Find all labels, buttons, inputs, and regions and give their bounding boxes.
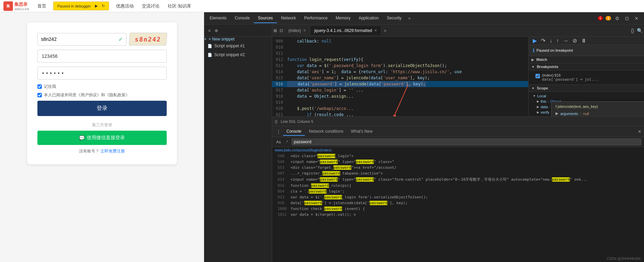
main-layout: ✓ s8n242 记住我 本人已阅读并同意《用户协议》和《隐私政策》 登录 第三… [0,12,644,262]
sources-add-icon[interactable]: ⊕ [213,27,219,34]
devtools-icons: 6 1 ⚙ ⊡ ✕ [598,14,643,22]
case-sensitive-toggle[interactable]: Aa [275,140,282,144]
result-line-916[interactable]: 916 data['password'] = jslencode(data['p… [272,200,644,206]
password-field[interactable] [37,67,167,80]
logo-icon: 集 [3,1,13,11]
resume-debug-button[interactable]: ▶ [531,37,538,45]
step-over-button[interactable]: ↷ [540,37,547,45]
result-line-614[interactable]: 614 <input name="password" type="passwor… [272,176,644,183]
website-nav: 首页 Paused in debugger ▶ ↻ 优惠活动 交流讨论 社区·知… [36,1,193,11]
settings-button[interactable]: ⚙ [614,14,621,22]
bp-location-1: (index):916 [542,73,598,77]
devtools-tab-application[interactable]: Application [354,14,383,23]
devtools-tab-console[interactable]: Console [231,14,254,23]
bottom-menu-icon[interactable]: ⋮ [275,128,282,136]
result-line-1011[interactable]: 1011 var data = $(target).val(); v [272,212,644,217]
code-line-920: 920 $.post('/webapi/acco... [272,105,528,112]
result-line-553[interactable]: 553 <div class="forget_password"><a href… [272,165,644,170]
close-file-tab-2[interactable]: ✕ [374,29,377,32]
close-file-tab-1[interactable]: ✕ [303,29,306,32]
devtools-tab-memory[interactable]: Memory [332,14,354,23]
search-result-url[interactable]: www.jisilu.cn/account/login/(index) [272,147,644,153]
step-button[interactable]: → [562,37,570,45]
captcha-field[interactable] [41,36,116,42]
step-into-button[interactable]: ↓ [548,37,554,45]
new-snippet-button[interactable]: + + New snippet [204,37,272,42]
sources-menu-icon[interactable]: ≡ [207,27,212,34]
regex-toggle[interactable]: .* [284,140,289,144]
nav-back-button[interactable]: ⊠ [272,27,278,34]
close-devtools-button[interactable]: ✕ [633,14,640,22]
devtools-tab-sources[interactable]: Sources [254,14,277,23]
result-line-540[interactable]: 540 <div class="password_login"> [272,153,644,159]
remember-checkbox[interactable] [37,84,42,89]
nav-fwd-button[interactable]: ⊡ [278,27,284,34]
devtools-tab-network[interactable]: Network [277,14,300,23]
check-icon: ✓ [118,36,123,43]
register-link[interactable]: 立即免费注册 [100,149,125,153]
dont-pause-exceptions-button[interactable]: ⏸ [580,37,588,45]
devtools-content: ≡ ⊕ + + New snippet 📄 Script snippet #1 … [204,24,644,262]
result-line-913[interactable]: 913 var data = $('.password_login form')… [272,194,644,200]
third-party-label: 第三方登录 [37,122,167,128]
resume-icon[interactable]: ▶ [94,2,99,10]
tab-console[interactable]: Console [283,128,305,136]
bottom-panel: ⋮ Console Network conditions What's New … [272,126,644,262]
warn-badge: 1 [606,16,611,20]
code-line-917: 917 data['auto_login'] = '' ... [272,87,528,93]
devtools-tab-security[interactable]: Security [383,14,406,23]
devtools-panel: Elements Console Sources Network Perform… [204,12,644,262]
tab-whats-new[interactable]: What's New [347,128,376,136]
breakpoints-section-header[interactable]: ▼ Breakpoints [529,63,644,70]
step-out-button[interactable]: ↑ [555,37,560,45]
search-input[interactable] [294,140,639,144]
nav-community[interactable]: 社区·知识库 [166,2,193,11]
result-line-1008[interactable]: 1008 function check_password (event) { [272,206,644,212]
snippet-icon-2: 📄 [208,53,212,57]
result-line-549[interactable]: 549 <input name="password" type="passwor… [272,159,644,165]
result-line-816[interactable]: 816 function password_rule(ps){ [272,183,644,189]
login-button[interactable]: 登录 [37,101,167,116]
devtools-tab-elements[interactable]: Elements [205,14,231,23]
snippet-item-1[interactable]: 📄 Script snippet #1 [204,42,272,50]
scope-local-header[interactable]: ▼ Local [533,93,640,99]
search-in-file-button[interactable]: 🔍 [635,27,644,35]
more-tabs-button[interactable]: » [406,14,413,23]
close-bottom-panel-button[interactable]: ✕ [638,129,641,134]
code-right-container: 909 callback: null 910 911 912 [272,37,644,116]
captcha-image: s8n242 [129,33,167,46]
tab-network-conditions[interactable]: Network conditions [306,128,347,136]
devtools-tab-performance[interactable]: Performance [300,14,332,23]
nav-discuss[interactable]: 交流讨论 [141,2,161,11]
search-results: www.jisilu.cn/account/login/(index) 540 … [272,147,644,262]
scope-section-header[interactable]: ▼ Scope [529,85,644,92]
sources-sidebar: ≡ ⊕ + + New snippet 📄 Script snippet #1 … [204,24,272,262]
deactivate-breakpoints-button[interactable]: ⊘ [571,37,578,45]
code-line-909: 909 callback: null [272,38,528,44]
wechat-login-button[interactable]: 💬 使用微信直接登录 [37,131,167,145]
nav-home[interactable]: 首页 [36,2,48,11]
code-debugger-container: ⊠ ⊡ (index) ✕ jquery-3.4.1.mi...0629:for… [272,24,644,262]
file-tab-index[interactable]: (index) ✕ [284,26,310,35]
tooltip-title: f jslencode(text, aes_key) [556,104,644,109]
watch-section-header[interactable]: ▶ Watch [529,56,644,63]
status-bar: {} Line 916, Column 5 [272,116,644,126]
code-line-915: 915 data['user_name'] = jslencode(data['… [272,75,528,81]
username-field[interactable] [37,50,167,63]
bp-checkbox-1[interactable] [535,74,540,78]
register-row: 没有账号？ 立即免费注册 [37,148,167,154]
result-line-854[interactable]: 854 cla = '.password_login'; [272,189,644,194]
plus-icon: + [204,37,207,42]
tab-overflow-button[interactable]: » [381,26,389,35]
agree-checkbox[interactable] [37,93,42,97]
watermark: CSDN @ZHHHHHJ66 [607,257,641,261]
pretty-print-button[interactable]: {} [630,27,635,35]
step-over-icon[interactable]: ↻ [100,2,106,10]
result-line-607[interactable]: 607 ...r_register_password tabpane-inact… [272,170,644,176]
nav-promo[interactable]: 优惠活动 [115,2,135,11]
file-tab-jquery[interactable]: jquery-3.4.1.mi...0629:formatted ✕ [310,26,381,35]
snippet-item-2[interactable]: 📄 Script snippet #2 [204,50,272,59]
code-editor[interactable]: 909 callback: null 910 911 912 [272,37,528,116]
dock-button[interactable]: ⊡ [624,14,630,22]
pretty-print-status: {} [275,119,277,124]
